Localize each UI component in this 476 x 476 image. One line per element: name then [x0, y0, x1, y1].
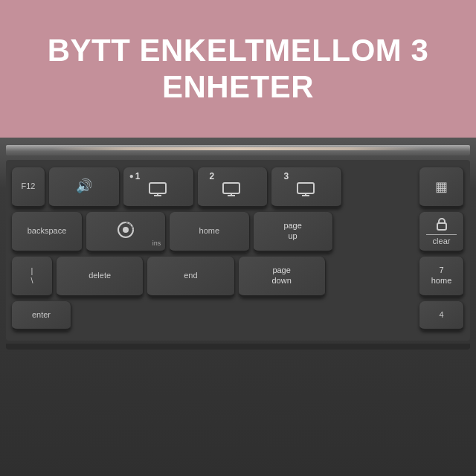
device-1-num: 1: [135, 171, 141, 181]
svg-rect-6: [298, 183, 314, 193]
key-pageup[interactable]: pageup: [254, 212, 333, 253]
key-device-3[interactable]: 3: [271, 167, 342, 208]
key-device-2[interactable]: 2: [198, 167, 268, 208]
key-device-1[interactable]: ● 1: [123, 167, 194, 208]
banner-line1: BYTT ENKELTMELLOM 3: [48, 33, 429, 68]
key-home[interactable]: home: [170, 212, 249, 253]
keyboard-section: F12 🔊 ● 1: [0, 138, 476, 476]
key-clear[interactable]: clear: [419, 212, 464, 253]
key-row-4: enter 4: [12, 301, 464, 331]
ins-sublabel: ins: [152, 239, 161, 247]
home-label: home: [199, 226, 220, 236]
backspace-label: backspace: [28, 226, 67, 236]
monitor-1-icon: [149, 182, 168, 197]
num4-label: 4: [439, 310, 443, 320]
banner-line2: ENHETER: [162, 69, 314, 104]
key-pipe-backslash[interactable]: |\: [12, 257, 53, 298]
svg-point-10: [123, 227, 129, 233]
banner-text: BYTT ENKELTMELLOM 3 ENHETER: [48, 33, 429, 105]
monitor-3-icon: [297, 182, 316, 197]
banner: BYTT ENKELTMELLOM 3 ENHETER: [0, 0, 476, 138]
delete-label: delete: [89, 271, 111, 280]
svg-rect-0: [149, 183, 166, 193]
key-row-2: backspace ins home: [12, 212, 464, 253]
clear-divider: [426, 234, 457, 235]
key-f12[interactable]: F12: [12, 167, 45, 208]
keyboard-bottom: [6, 344, 470, 350]
pageup-label: pageup: [283, 221, 301, 242]
key-row-1: F12 🔊 ● 1: [12, 167, 464, 208]
device-3-num: 3: [283, 171, 289, 181]
key-speaker[interactable]: 🔊: [49, 167, 120, 208]
clear-label: clear: [433, 237, 451, 246]
keyboard-body: F12 🔊 ● 1: [6, 160, 470, 341]
key-end[interactable]: end: [147, 257, 234, 298]
key-row-3: |\ delete end pagedown 7home: [12, 257, 464, 298]
key-calc[interactable]: ▦: [419, 167, 464, 208]
app: BYTT ENKELTMELLOM 3 ENHETER F12 🔊 ●: [0, 0, 476, 476]
num7-label: 7home: [431, 266, 452, 286]
pagedown-label: pagedown: [271, 266, 291, 286]
svg-rect-11: [437, 223, 446, 230]
key-f12-label: F12: [22, 181, 36, 191]
keyboard-light-strip: [6, 145, 470, 155]
calc-icon: ▦: [435, 178, 448, 195]
monitor-2-icon: [222, 182, 242, 197]
enter-label: enter: [32, 310, 51, 320]
lock-icon: [435, 216, 448, 231]
end-label: end: [184, 271, 197, 280]
key-num4[interactable]: 4: [419, 301, 464, 331]
key-num7[interactable]: 7home: [419, 257, 464, 298]
key-ins[interactable]: ins: [86, 212, 166, 253]
device-2-num: 2: [210, 171, 215, 181]
key-backspace[interactable]: backspace: [12, 212, 83, 253]
pipe-label: |\: [30, 266, 33, 286]
svg-rect-3: [223, 183, 239, 193]
key-pagedown[interactable]: pagedown: [239, 257, 326, 298]
device-1-dot: ●: [129, 172, 134, 180]
rotary-icon: [115, 219, 136, 240]
key-enter[interactable]: enter: [12, 301, 71, 331]
key-delete[interactable]: delete: [57, 257, 144, 298]
speaker-icon: 🔊: [76, 178, 92, 195]
